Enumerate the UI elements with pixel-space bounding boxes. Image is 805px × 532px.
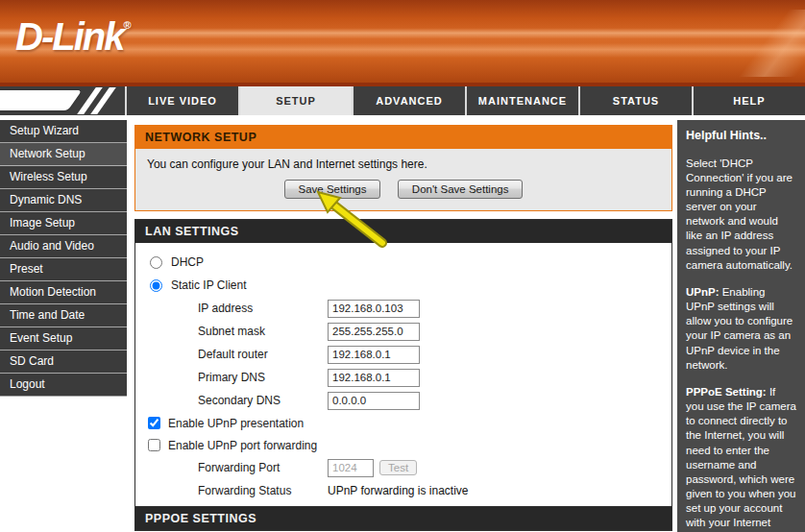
upnp-port-forwarding-row: Enable UPnP port forwarding [135, 434, 671, 456]
model-plate-area [0, 86, 125, 115]
hint-upnp: UPnP: Enabling UPnP settings will allow … [686, 285, 796, 373]
tab-help[interactable]: HELP [692, 86, 805, 115]
sidebar-item-logout[interactable]: Logout [0, 374, 127, 397]
primary-dns-input[interactable] [328, 369, 420, 387]
sidebar-item-time-and-date[interactable]: Time and Date [0, 304, 127, 327]
model-plate [0, 90, 82, 110]
forwarding-status-row: Forwarding Status UPnP forwarding is ina… [135, 479, 671, 502]
secondary-dns-label: Secondary DNS [198, 394, 328, 407]
dhcp-radio-row: DHCP [135, 251, 671, 274]
sidebar-item-wireless-setup[interactable]: Wireless Setup [0, 166, 127, 189]
dlink-logo: D-Link® [15, 15, 132, 59]
dlink-camera-setup-page: { "header": { "logo": "D-Link", "logo_re… [0, 0, 805, 532]
static-ip-radio-row: Static IP Client [135, 274, 671, 297]
secondary-dns-row: Secondary DNS [135, 389, 671, 412]
sidebar-item-dynamic-dns[interactable]: Dynamic DNS [0, 189, 127, 212]
forwarding-status-label: Forwarding Status [198, 484, 328, 497]
primary-dns-label: Primary DNS [198, 371, 328, 384]
test-button: Test [379, 460, 417, 475]
dhcp-label: DHCP [171, 255, 204, 269]
ip-address-label: IP address [198, 302, 328, 315]
dhcp-radio[interactable] [150, 256, 162, 269]
hint-pppoe: PPPoE Setting: If you use the IP camera … [686, 385, 796, 532]
save-settings-button[interactable]: Save Settings [284, 180, 381, 199]
tab-setup[interactable]: SETUP [238, 86, 352, 115]
default-router-row: Default router [135, 343, 671, 366]
sidebar-item-network-setup[interactable]: Network Setup [0, 143, 127, 166]
default-router-label: Default router [198, 348, 328, 361]
helpful-hints-sidebar: Helpful Hints.. Select 'DHCP Connection'… [677, 120, 805, 532]
tab-live-video[interactable]: LIVE VIDEO [125, 86, 238, 115]
forwarding-port-row: Forwarding Port Test [135, 456, 671, 479]
ip-address-row: IP address [135, 297, 671, 320]
registered-mark: ® [123, 19, 131, 31]
dlink-logo-text: D-Link [15, 15, 123, 58]
sidebar-item-image-setup[interactable]: Image Setup [0, 212, 127, 235]
left-sidebar-menu: Setup Wizard Network Setup Wireless Setu… [0, 120, 127, 397]
secondary-dns-input[interactable] [328, 392, 420, 410]
forwarding-status-value: UPnP forwarding is inactive [328, 484, 469, 497]
subnet-mask-label: Subnet mask [198, 325, 328, 338]
network-setup-body: You can configure your LAN and Internet … [135, 149, 671, 210]
static-ip-label: Static IP Client [171, 278, 246, 292]
sidebar-item-audio-and-video[interactable]: Audio and Video [0, 235, 127, 258]
ip-address-input[interactable] [328, 300, 420, 318]
brand-banner: D-Link® [0, 0, 805, 83]
static-ip-radio[interactable] [150, 279, 162, 292]
network-setup-header: NETWORK SETUP [135, 126, 671, 149]
upnp-presentation-checkbox[interactable] [148, 417, 160, 429]
sidebar-item-motion-detection[interactable]: Motion Detection [0, 281, 127, 304]
tab-status[interactable]: STATUS [578, 86, 692, 115]
subnet-mask-row: Subnet mask [135, 320, 671, 343]
sidebar-item-sd-card[interactable]: SD Card [0, 351, 127, 374]
tab-maintenance[interactable]: MAINTENANCE [465, 86, 578, 115]
lan-settings-header: LAN SETTINGS [135, 220, 671, 243]
sidebar-item-event-setup[interactable]: Event Setup [0, 327, 127, 351]
network-setup-description: You can configure your LAN and Internet … [147, 157, 660, 171]
pppoe-settings-header: PPPOE SETTINGS [135, 507, 671, 530]
upnp-presentation-label: Enable UPnP presentation [168, 417, 304, 430]
hint-dhcp: Select 'DHCP Connection' if you are runn… [686, 157, 796, 273]
forwarding-port-label: Forwarding Port [198, 461, 328, 474]
settings-button-row: Save Settings Don't Save Settings [147, 180, 660, 199]
subnet-mask-input[interactable] [328, 323, 420, 341]
helpful-hints-title: Helpful Hints.. [686, 128, 796, 144]
tab-advanced[interactable]: ADVANCED [352, 86, 465, 115]
banner-swoosh-decoration [699, 10, 805, 77]
forwarding-port-input [328, 459, 374, 477]
lan-settings-panel: LAN SETTINGS DHCP Static IP Client IP ad… [134, 219, 672, 513]
lan-settings-body: DHCP Static IP Client IP address Subnet … [135, 243, 671, 512]
dont-save-settings-button[interactable]: Don't Save Settings [398, 180, 524, 199]
sidebar-item-setup-wizard[interactable]: Setup Wizard [0, 120, 127, 143]
primary-dns-row: Primary DNS [135, 366, 671, 389]
default-router-input[interactable] [328, 346, 420, 364]
upnp-port-forwarding-label: Enable UPnP port forwarding [168, 439, 317, 452]
top-nav-tabbar: LIVE VIDEO SETUP ADVANCED MAINTENANCE ST… [0, 86, 805, 115]
pppoe-settings-panel: PPPOE SETTINGS [134, 506, 672, 531]
upnp-presentation-row: Enable UPnP presentation [135, 412, 671, 434]
upnp-port-forwarding-checkbox[interactable] [148, 439, 160, 451]
network-setup-panel: NETWORK SETUP You can configure your LAN… [134, 125, 672, 211]
sidebar-item-preset[interactable]: Preset [0, 258, 127, 281]
